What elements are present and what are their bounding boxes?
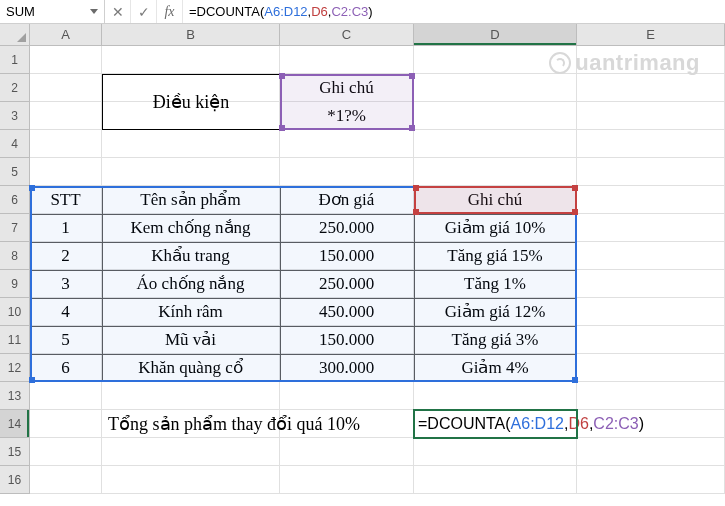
cell-C6[interactable]: Đơn giá [280,186,414,214]
cell-E5[interactable] [577,158,725,186]
row-header-1[interactable]: 1 [0,46,30,74]
cell-B8[interactable]: Khẩu trang [102,242,280,270]
cell-D7[interactable]: Giảm giá 10% [414,214,577,242]
cell-D12[interactable]: Giảm 4% [414,354,577,382]
cell-A3[interactable] [30,102,102,130]
row-header-14[interactable]: 14 [0,410,30,438]
row-header-11[interactable]: 11 [0,326,30,354]
cell-D13[interactable] [414,382,577,410]
cell-D10[interactable]: Giảm giá 12% [414,298,577,326]
row-header-16[interactable]: 16 [0,466,30,494]
cell-A2[interactable] [30,74,102,102]
cell-A16[interactable] [30,466,102,494]
chevron-down-icon[interactable] [90,9,98,14]
cell-C4[interactable] [280,130,414,158]
row-header-15[interactable]: 15 [0,438,30,466]
insert-function-button[interactable]: fx [157,0,183,23]
cell-D4[interactable] [414,130,577,158]
cell-D6[interactable]: Ghi chú [414,186,577,214]
cell-E13[interactable] [577,382,725,410]
row-header-5[interactable]: 5 [0,158,30,186]
name-box[interactable]: SUM [0,0,105,23]
col-header-C[interactable]: C [280,24,414,45]
cell-D11[interactable]: Tăng giá 3% [414,326,577,354]
cell-C7[interactable]: 250.000 [280,214,414,242]
cell-B10[interactable]: Kính râm [102,298,280,326]
cell-D5[interactable] [414,158,577,186]
cell-A10[interactable]: 4 [30,298,102,326]
col-header-E[interactable]: E [577,24,725,45]
cell-A7[interactable]: 1 [30,214,102,242]
cell-A6[interactable]: STT [30,186,102,214]
cell-C13[interactable] [280,382,414,410]
cell-B1[interactable] [102,46,280,74]
cell-A12[interactable]: 6 [30,354,102,382]
cell-E12[interactable] [577,354,725,382]
col-header-A[interactable]: A [30,24,102,45]
cell-E16[interactable] [577,466,725,494]
cell-C12[interactable]: 300.000 [280,354,414,382]
row-header-12[interactable]: 12 [0,354,30,382]
row-header-10[interactable]: 10 [0,298,30,326]
cell-B9[interactable]: Áo chống nắng [102,270,280,298]
cell-C2[interactable]: Ghi chú [280,74,414,102]
enter-formula-button[interactable]: ✓ [131,0,157,23]
cell-D3[interactable] [414,102,577,130]
row-header-8[interactable]: 8 [0,242,30,270]
row-header-6[interactable]: 6 [0,186,30,214]
cell-B16[interactable] [102,466,280,494]
col-header-D[interactable]: D [414,24,577,45]
cell-B7[interactable]: Kem chống nắng [102,214,280,242]
col-header-B[interactable]: B [102,24,280,45]
cell-B11[interactable]: Mũ vải [102,326,280,354]
cell-C3[interactable]: *1?% [280,102,414,130]
cell-C8[interactable]: 150.000 [280,242,414,270]
cell-C10[interactable]: 450.000 [280,298,414,326]
cell-E1[interactable] [577,46,725,74]
cell-D15[interactable] [414,438,577,466]
cell-E10[interactable] [577,298,725,326]
row-header-13[interactable]: 13 [0,382,30,410]
cell-D1[interactable] [414,46,577,74]
cancel-formula-button[interactable]: ✕ [105,0,131,23]
cell-C16[interactable] [280,466,414,494]
cell-A8[interactable]: 2 [30,242,102,270]
cell-C9[interactable]: 250.000 [280,270,414,298]
cell-B4[interactable] [102,130,280,158]
cell-C1[interactable] [280,46,414,74]
row-header-2[interactable]: 2 [0,74,30,102]
row-header-4[interactable]: 4 [0,130,30,158]
cell-E11[interactable] [577,326,725,354]
cell-E8[interactable] [577,242,725,270]
cell-B5[interactable] [102,158,280,186]
select-all-corner[interactable] [0,24,30,45]
cell-C5[interactable] [280,158,414,186]
row-header-3[interactable]: 3 [0,102,30,130]
cell-A11[interactable]: 5 [30,326,102,354]
cell-B15[interactable] [102,438,280,466]
cell-C15[interactable] [280,438,414,466]
cell-E9[interactable] [577,270,725,298]
cell-A13[interactable] [30,382,102,410]
cell-E3[interactable] [577,102,725,130]
cell-A1[interactable] [30,46,102,74]
cell-A9[interactable]: 3 [30,270,102,298]
cell-D9[interactable]: Tăng 1% [414,270,577,298]
cell-B13[interactable] [102,382,280,410]
cell-D2[interactable] [414,74,577,102]
cell-A14[interactable] [30,410,102,438]
cell-A5[interactable] [30,158,102,186]
cell-A4[interactable] [30,130,102,158]
cell-E6[interactable] [577,186,725,214]
cell-D8[interactable]: Tăng giá 15% [414,242,577,270]
cell-A15[interactable] [30,438,102,466]
cell-B6[interactable]: Tên sản phẩm [102,186,280,214]
cell-C11[interactable]: 150.000 [280,326,414,354]
formula-input[interactable]: =DCOUNTA(A6:D12,D6,C2:C3) [183,0,725,23]
cell-E2[interactable] [577,74,725,102]
cell-E4[interactable] [577,130,725,158]
cell-E15[interactable] [577,438,725,466]
row-header-7[interactable]: 7 [0,214,30,242]
row-header-9[interactable]: 9 [0,270,30,298]
cell-D16[interactable] [414,466,577,494]
